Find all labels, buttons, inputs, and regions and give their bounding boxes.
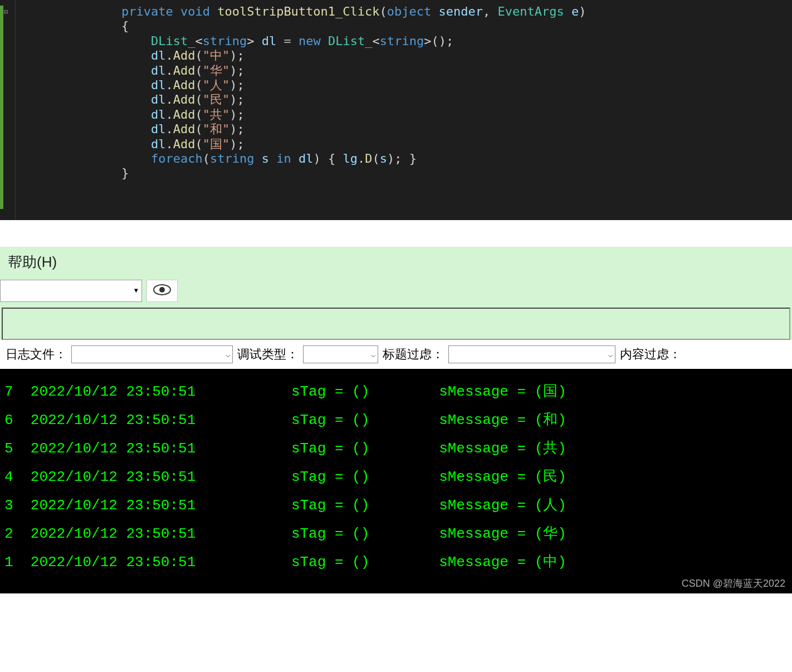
- code-line[interactable]: dl.Add("中");: [18, 48, 792, 63]
- log-file-select[interactable]: ⌵: [71, 345, 233, 363]
- filter-bar: 日志文件： ⌵ 调试类型： ⌵ 标题过虑： ⌵ 内容过虑：: [0, 340, 792, 369]
- search-textbox[interactable]: [2, 308, 790, 340]
- code-line[interactable]: dl.Add("民");: [18, 92, 792, 107]
- eye-icon: [153, 283, 172, 299]
- debug-type-select[interactable]: ⌵: [303, 345, 378, 363]
- code-line[interactable]: dl.Add("共");: [18, 108, 792, 122]
- log-row: 2 2022/10/12 23:50:51 sTag = () sMessage…: [4, 520, 788, 548]
- log-output[interactable]: 7 2022/10/12 23:50:51 sTag = () sMessage…: [0, 369, 792, 593]
- chevron-down-icon: ⌵: [371, 350, 375, 359]
- code-line[interactable]: private void toolStripButton1_Click(obje…: [18, 4, 792, 19]
- log-file-label: 日志文件：: [6, 346, 67, 363]
- help-panel: 帮助(H) ▼: [0, 247, 792, 340]
- code-line[interactable]: dl.Add("人");: [18, 78, 792, 92]
- help-menu[interactable]: 帮助(H): [0, 247, 792, 277]
- title-filter-label: 标题过虑：: [383, 346, 444, 363]
- code-line[interactable]: {: [18, 19, 792, 33]
- log-row: 7 2022/10/12 23:50:51 sTag = () sMessage…: [4, 378, 788, 406]
- log-row: 5 2022/10/12 23:50:51 sTag = () sMessage…: [4, 435, 788, 463]
- log-row: 4 2022/10/12 23:50:51 sTag = () sMessage…: [4, 463, 788, 491]
- code-line[interactable]: dl.Add("国");: [18, 137, 792, 152]
- svg-point-1: [159, 287, 165, 293]
- content-filter-label: 内容过虑：: [620, 346, 681, 363]
- log-row: 6 2022/10/12 23:50:51 sTag = () sMessage…: [4, 406, 788, 435]
- log-row: 1 2022/10/12 23:50:51 sTag = () sMessage…: [4, 548, 788, 577]
- view-button[interactable]: [146, 280, 178, 302]
- watermark: CSDN @碧海蓝天2022: [682, 577, 785, 590]
- code-content[interactable]: private void toolStripButton1_Click(obje…: [0, 4, 792, 181]
- code-line[interactable]: DList_<string> dl = new DList_<string>()…: [18, 34, 792, 48]
- chevron-down-icon: ▼: [134, 287, 138, 295]
- chevron-down-icon: ⌵: [608, 350, 613, 359]
- code-line[interactable]: }: [18, 166, 792, 181]
- editor-gutter: ⊟: [0, 0, 16, 220]
- debug-type-label: 调试类型：: [237, 346, 299, 363]
- code-line[interactable]: dl.Add("和");: [18, 122, 792, 137]
- log-row: 3 2022/10/12 23:50:51 sTag = () sMessage…: [4, 491, 788, 520]
- toolbar: ▼: [0, 277, 792, 304]
- code-line[interactable]: dl.Add("华");: [18, 64, 792, 78]
- title-filter-select[interactable]: ⌵: [448, 345, 615, 363]
- code-line[interactable]: foreach(string s in dl) { lg.D(s); }: [18, 152, 792, 166]
- toolbar-dropdown[interactable]: ▼: [0, 280, 142, 302]
- chevron-down-icon: ⌵: [226, 350, 230, 359]
- collapse-icon[interactable]: ⊟: [4, 8, 8, 16]
- code-editor[interactable]: ⊟ private void toolStripButton1_Click(ob…: [0, 0, 792, 220]
